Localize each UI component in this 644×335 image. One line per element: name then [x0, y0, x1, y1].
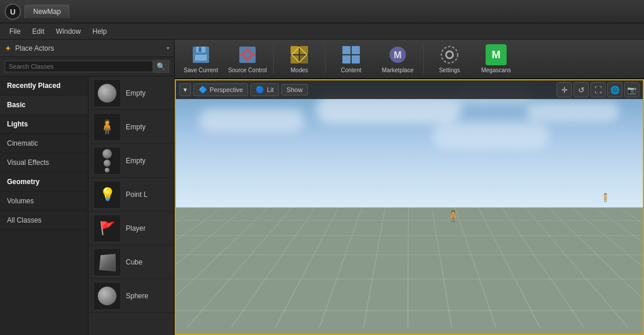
svg-rect-15	[300, 55, 308, 64]
search-bar: 🔍	[0, 57, 174, 76]
lit-label: Lit	[267, 86, 274, 93]
menu-help[interactable]: Help	[87, 26, 113, 37]
categories-list: Recently Placed Basic Lights Cinematic V…	[0, 76, 89, 335]
svg-rect-12	[291, 46, 299, 54]
save-icon	[190, 44, 211, 65]
translate-gizmo-button[interactable]: ✛	[557, 82, 572, 97]
cloud-1	[199, 108, 304, 132]
source-ctrl-svg-icon	[237, 44, 258, 65]
item-thumb-cube	[93, 248, 121, 276]
category-lights[interactable]: Lights	[0, 115, 88, 134]
lit-button[interactable]: 🔵 Lit	[250, 83, 279, 96]
category-basic[interactable]: Basic	[0, 96, 88, 115]
list-item[interactable]: Empty	[89, 76, 174, 110]
modes-icon	[289, 44, 310, 65]
megascans-logo: M	[486, 44, 507, 65]
marketplace-icon: M	[387, 44, 408, 65]
viewport-dropdown[interactable]: ▾	[179, 83, 191, 96]
item-thumb-empty2: 🧍	[93, 113, 121, 141]
item-label-empty1: Empty	[126, 89, 146, 97]
list-item[interactable]: 🚩 Player	[89, 211, 174, 245]
item-label-player: Player	[126, 224, 146, 232]
ground	[176, 207, 643, 334]
modes-label: Modes	[291, 67, 308, 73]
scene-distant-object: 🧍	[600, 193, 610, 202]
cloud-4	[526, 101, 620, 122]
scene-background: 🧍 🧍	[176, 80, 643, 334]
svg-text:U: U	[10, 8, 15, 16]
menu-file[interactable]: File	[3, 26, 26, 37]
megascans-icon: M	[486, 44, 507, 65]
collapse-arrow-icon[interactable]: ▾	[167, 45, 169, 51]
menu-window[interactable]: Window	[50, 26, 87, 37]
megascans-button[interactable]: M Megascans	[473, 41, 519, 76]
search-button[interactable]: 🔍	[153, 60, 169, 73]
tab-newmap[interactable]: NewMap	[24, 5, 69, 18]
maximize-button[interactable]: ⛶	[590, 82, 606, 97]
category-visual-effects[interactable]: Visual Effects	[0, 153, 88, 172]
content-icon	[341, 44, 362, 65]
svg-rect-13	[300, 46, 308, 54]
toolbar-divider-2	[325, 44, 325, 73]
svg-rect-17	[352, 46, 360, 54]
toolbar-divider-1	[273, 44, 274, 73]
category-cinematic[interactable]: Cinematic	[0, 134, 88, 153]
item-thumb-empty1	[93, 79, 121, 107]
place-actors-header: ✦ Place Actors ▾	[0, 40, 174, 57]
svg-point-23	[441, 47, 458, 63]
camera-button[interactable]: 📷	[624, 82, 639, 97]
perspective-icon: 🔷	[199, 86, 207, 94]
list-item[interactable]: 💡 Point L	[89, 178, 174, 211]
source-control-icon	[237, 44, 258, 65]
perspective-button[interactable]: 🔷 Perspective	[193, 83, 248, 96]
category-all-classes[interactable]: All Classes	[0, 211, 88, 230]
item-thumb-empty3	[93, 147, 121, 175]
content-label: Content	[341, 67, 361, 73]
svg-rect-16	[342, 46, 351, 54]
settings-label: Settings	[439, 67, 460, 73]
svg-rect-5	[199, 47, 201, 52]
modes-button[interactable]: Modes	[277, 41, 322, 76]
marketplace-svg-icon: M	[387, 44, 408, 65]
marketplace-button[interactable]: M Marketplace	[375, 41, 420, 76]
left-panel: ✦ Place Actors ▾ 🔍 Recently Placed Basic…	[0, 40, 175, 335]
globe-button[interactable]: 🌐	[607, 82, 622, 97]
stacked-icon	[102, 149, 112, 172]
settings-icon	[439, 44, 460, 65]
category-geometry[interactable]: Geometry	[0, 172, 88, 192]
place-actors-label: Place Actors	[15, 44, 167, 52]
item-label-empty3: Empty	[126, 157, 146, 165]
list-item[interactable]: Empty	[89, 144, 174, 178]
content-button[interactable]: Content	[328, 41, 374, 76]
show-label: Show	[286, 86, 303, 93]
category-recently-placed[interactable]: Recently Placed	[0, 76, 88, 96]
source-control-button[interactable]: Source Control	[225, 41, 270, 76]
list-item[interactable]: 🧍 Empty	[89, 110, 174, 144]
save-current-button[interactable]: Save Current	[178, 41, 224, 76]
item-label-cube: Cube	[126, 258, 143, 266]
svg-text:M: M	[394, 50, 401, 60]
settings-button[interactable]: Settings	[427, 41, 472, 76]
toolbar-divider-3	[423, 44, 424, 73]
cube-icon	[99, 253, 116, 271]
category-volumes[interactable]: Volumes	[0, 192, 88, 211]
lit-icon: 🔵	[256, 86, 264, 94]
reset-view-button[interactable]: ↺	[574, 82, 589, 97]
flag-icon: 🚩	[100, 221, 115, 236]
settings-svg-icon	[439, 44, 460, 65]
search-input[interactable]	[5, 61, 153, 72]
list-item[interactable]: Cube	[89, 245, 174, 279]
right-panel: Save Current Source Control	[175, 40, 644, 335]
toolbar: Save Current Source Control	[175, 40, 644, 79]
place-actors-icon: ✦	[5, 44, 12, 53]
sphere-icon	[98, 287, 116, 305]
item-thumb-sphere	[93, 282, 121, 310]
show-button[interactable]: Show	[281, 84, 308, 96]
list-item[interactable]: Sphere	[89, 279, 174, 313]
megascans-label: Megascans	[481, 67, 511, 73]
save-svg-icon	[190, 44, 211, 65]
figure-icon: 🧍	[98, 119, 116, 135]
viewport-toolbar: ▾ 🔷 Perspective 🔵 Lit Show ✛ ↺ ⛶ 🌐	[176, 80, 643, 99]
menu-edit[interactable]: Edit	[26, 26, 50, 37]
viewport-right-controls: ✛ ↺ ⛶ 🌐 📷	[557, 82, 639, 97]
